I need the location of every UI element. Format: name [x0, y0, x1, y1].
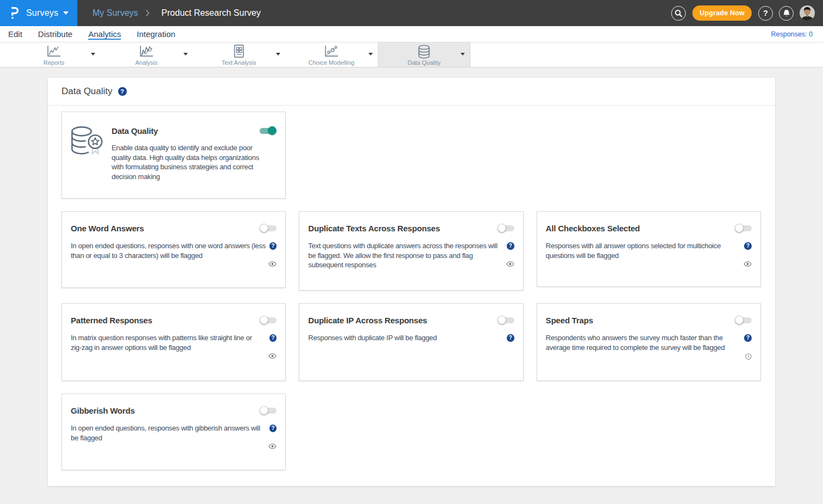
survey-nav-tabs: Edit Distribute Analytics Integration Re…: [0, 26, 823, 42]
card-one-word-answers: One Word Answers In open ended questions…: [62, 211, 286, 288]
avatar-photo: [800, 5, 815, 21]
breadcrumb-survey-name: Product Research Survey: [162, 8, 261, 18]
card-title: Patterned Responses: [71, 316, 152, 325]
one-word-answers-toggle[interactable]: [260, 224, 277, 232]
toolbar-item-analysis[interactable]: Analysis: [100, 42, 193, 67]
topbar: Surveys My Surveys Product Research Surv…: [0, 0, 823, 26]
panel-header: Data Quality ?: [48, 78, 775, 106]
search-icon: [674, 9, 683, 17]
patterned-responses-toggle[interactable]: [260, 316, 277, 324]
card-title: Speed Traps: [546, 316, 593, 325]
upgrade-now-button[interactable]: Upgrade Now: [692, 5, 752, 21]
product-caret-icon: [63, 11, 69, 15]
card-title: Gibberish Words: [71, 406, 135, 416]
toolbar-item-data-quality[interactable]: Data Quality: [378, 42, 470, 67]
help-icon[interactable]: ?: [269, 425, 277, 432]
scatter-chart-icon: [285, 45, 378, 59]
help-icon[interactable]: ?: [507, 334, 514, 342]
help-icon[interactable]: ?: [744, 334, 752, 342]
toolbar-item-choice-modelling[interactable]: Choice Modelling: [285, 42, 378, 67]
data-quality-dropdown-caret[interactable]: [460, 53, 465, 56]
text-analysis-dropdown-caret[interactable]: [276, 53, 280, 56]
help-icon[interactable]: ?: [744, 242, 752, 250]
search-button[interactable]: [671, 6, 686, 21]
card-all-checkboxes: All Checkboxes Selected Responses with a…: [537, 211, 761, 287]
eye-icon[interactable]: [268, 444, 277, 449]
notifications-button[interactable]: [779, 6, 794, 21]
database-star-icon: [71, 126, 103, 155]
choice-modelling-dropdown-caret[interactable]: [368, 53, 373, 56]
all-checkboxes-toggle[interactable]: [735, 224, 752, 232]
toolbar-item-reports[interactable]: Reports: [8, 42, 100, 67]
analysis-dropdown-caret[interactable]: [183, 53, 188, 56]
page-body: Data Quality ? Data Quality: [0, 67, 823, 504]
data-quality-cards: Data Quality Enable data quality to iden…: [48, 106, 775, 470]
bell-icon: [783, 9, 790, 17]
card-description: Responses with duplicate IP will be flag…: [308, 333, 506, 343]
card-patterned-responses: Patterned Responses In matrix question r…: [62, 303, 286, 381]
tab-distribute[interactable]: Distribute: [38, 30, 72, 38]
breadcrumb-my-surveys[interactable]: My Surveys: [93, 8, 138, 18]
document-grid-icon: [193, 45, 285, 59]
card-duplicate-ip: Duplicate IP Across Responses Responses …: [299, 303, 523, 381]
breadcrumb-chevron-icon: [145, 9, 150, 17]
card-title: Data Quality: [112, 126, 158, 136]
line-chart-icon: [8, 45, 100, 59]
product-switcher[interactable]: Surveys: [0, 0, 77, 26]
card-title: Duplicate IP Across Responses: [308, 316, 427, 325]
responses-count[interactable]: Responses: 0: [771, 30, 813, 38]
user-avatar[interactable]: [800, 5, 815, 21]
analytics-toolbar: Reports Analysis Text Analysis Choice Mo…: [0, 42, 823, 67]
card-data-quality-master: Data Quality Enable data quality to iden…: [62, 112, 286, 199]
page-title: Data Quality: [62, 86, 113, 97]
topbar-actions: Upgrade Now ?: [671, 0, 815, 26]
card-gibberish-words: Gibberish Words In open ended questions,…: [62, 394, 286, 470]
card-description: Responses with all answer options select…: [546, 241, 742, 267]
database-icon: [378, 45, 470, 59]
data-quality-panel: Data Quality ? Data Quality: [48, 78, 775, 486]
help-button[interactable]: ?: [758, 6, 773, 21]
help-icon[interactable]: ?: [507, 242, 514, 250]
product-name: Surveys: [26, 8, 58, 18]
data-quality-toggle[interactable]: [260, 126, 277, 135]
area-chart-icon: [100, 45, 193, 59]
help-icon[interactable]: ?: [269, 334, 277, 342]
tab-analytics[interactable]: Analytics: [88, 30, 121, 40]
reports-dropdown-caret[interactable]: [91, 53, 95, 56]
gibberish-words-toggle[interactable]: [260, 406, 277, 415]
help-icon: ?: [763, 9, 768, 17]
card-description: Enable data quality to identify and excl…: [112, 143, 277, 181]
eye-icon[interactable]: [268, 353, 277, 359]
breadcrumb: My Surveys Product Research Survey: [93, 8, 261, 18]
duplicate-ip-toggle[interactable]: [498, 316, 514, 324]
card-description: In matrix question responses with patter…: [71, 333, 267, 359]
eye-icon[interactable]: [744, 261, 752, 267]
page-help-icon[interactable]: ?: [118, 87, 127, 96]
eye-icon[interactable]: [506, 261, 514, 267]
card-description: In open ended questions, responses with …: [71, 241, 267, 267]
card-description: Text questions with duplicate answers ac…: [308, 241, 505, 270]
card-duplicate-texts: Duplicate Texts Across Responses Text qu…: [299, 211, 523, 291]
card-speed-traps: Speed Traps Respondents who answers the …: [537, 303, 761, 381]
card-title: One Word Answers: [71, 224, 144, 233]
card-title: Duplicate Texts Across Responses: [308, 224, 440, 233]
eye-icon[interactable]: [268, 261, 277, 267]
speed-traps-toggle[interactable]: [735, 316, 752, 324]
card-description: In open ended questions, responses with …: [71, 423, 267, 449]
clock-icon[interactable]: [745, 353, 752, 360]
card-description: Respondents who answers the survey much …: [546, 333, 744, 360]
help-icon[interactable]: ?: [269, 242, 277, 250]
toolbar-item-text-analysis[interactable]: Text Analysis: [193, 42, 285, 67]
tab-edit[interactable]: Edit: [8, 30, 22, 38]
card-title: All Checkboxes Selected: [546, 224, 640, 233]
tab-integration[interactable]: Integration: [137, 30, 175, 38]
questionpro-logo-icon: [11, 7, 19, 19]
duplicate-texts-toggle[interactable]: [498, 224, 514, 232]
